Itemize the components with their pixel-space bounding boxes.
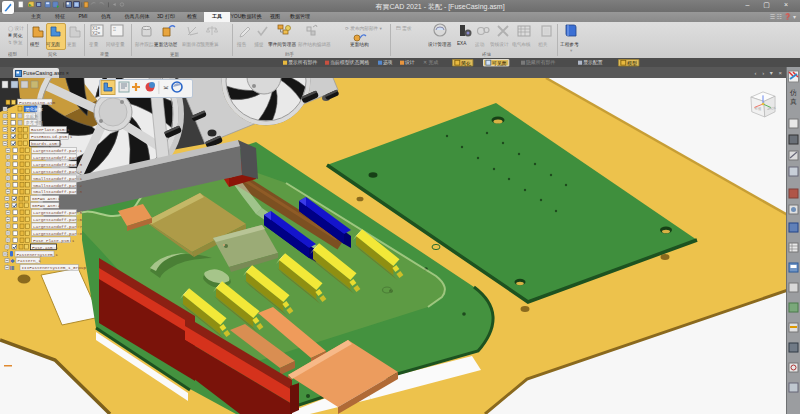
svg-text:LargeStandoff.par:7: LargeStandoff.par:7 [33, 224, 82, 229]
svg-text:LargeStandoff.par:4: LargeStandoff.par:4 [33, 169, 82, 174]
svg-text:≍: ≍ [163, 84, 169, 91]
svg-text:Fuse Plate.psm:1: Fuse Plate.psm:1 [33, 238, 75, 243]
svg-text:LargeStandoff.par:3: LargeStandoff.par:3 [33, 162, 82, 167]
svg-text:Pattern_1: Pattern_1 [18, 258, 42, 263]
svg-text:仿: 仿 [789, 89, 797, 97]
svg-text:LargeStandoff.par:8: LargeStandoff.par:8 [33, 231, 82, 236]
svg-text:⠿: ⠿ [113, 27, 116, 32]
svg-text:FastenerSystem_1: FastenerSystem_1 [17, 252, 59, 257]
svg-text:LargeStandoff.par:6: LargeStandoff.par:6 [33, 217, 82, 222]
svg-text:❖: ❖ [10, 258, 15, 264]
svg-text:LargeStandoff.par:1: LargeStandoff.par:1 [33, 148, 82, 153]
svg-text:真: 真 [790, 98, 797, 106]
svg-text:FuseBoxLid.psm:1: FuseBoxLid.psm:1 [31, 134, 73, 139]
svg-text:boards.asm:1: boards.asm:1 [31, 141, 62, 146]
svg-text:SmallStandoff.par:3: SmallStandoff.par:3 [33, 189, 82, 194]
svg-text:60FAN ASM:2: 60FAN ASM:2 [32, 203, 61, 208]
svg-text:LargeStandoff.par:5: LargeStandoff.par:5 [33, 210, 82, 215]
svg-text:SmallStandoff.par:1: SmallStandoff.par:1 [33, 176, 82, 181]
svg-text:X2=: X2= [92, 31, 101, 36]
svg-text:III: III [10, 265, 15, 271]
svg-text:Fuse.asm:1: Fuse.asm:1 [32, 245, 58, 250]
svg-text:LargeStandoff.par:2: LargeStandoff.par:2 [33, 155, 82, 160]
svg-text:FuseCasing.asm: FuseCasing.asm [19, 100, 56, 105]
svg-text:BasePlate.psm:1: BasePlate.psm:1 [31, 127, 70, 132]
svg-text:SmallStandoff.par:2: SmallStandoff.par:2 [33, 183, 82, 188]
svg-text:60FAN ASM:1: 60FAN ASM:1 [32, 196, 61, 201]
svg-text:IIIFastenerSystem_1_Group: IIIFastenerSystem_1_Group [22, 265, 87, 270]
